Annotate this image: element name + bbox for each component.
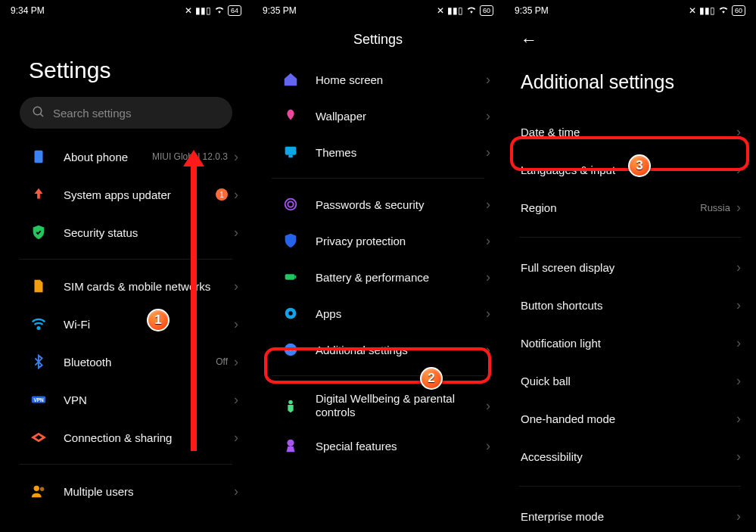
chevron-icon: ›: [234, 392, 238, 408]
status-bar: 9:35 PM ✕ ▮▮▯ 60: [252, 0, 504, 21]
battery-icon: [281, 267, 300, 287]
svg-rect-8: [285, 147, 297, 155]
divider: [20, 259, 232, 260]
row-wifi[interactable]: Wi-Fi ›: [0, 305, 252, 343]
row-privacy[interactable]: Privacy protection ›: [252, 222, 504, 259]
row-full-screen[interactable]: Full screen display ›: [504, 248, 756, 286]
chevron-icon: ›: [486, 438, 490, 454]
divider: [272, 178, 484, 179]
signal-icon: ▮▮▯: [195, 5, 211, 16]
chevron-icon: ›: [736, 162, 741, 178]
svg-text:VPN: VPN: [33, 397, 44, 403]
row-sim-networks[interactable]: SIM cards & mobile networks ›: [0, 267, 252, 305]
fingerprint-icon: [281, 194, 300, 214]
status-bar: 9:34 PM ✕ ▮▮▯ 64: [0, 0, 252, 21]
row-label: Multiple users: [64, 485, 234, 498]
svg-point-3: [38, 327, 40, 329]
row-connection-sharing[interactable]: Connection & sharing ›: [0, 418, 252, 456]
row-one-handed[interactable]: One-handed mode ›: [504, 400, 756, 437]
row-about-phone[interactable]: About phone MIUI Global 12.0.3 ›: [0, 138, 252, 176]
svg-point-11: [288, 201, 293, 207]
row-enterprise-mode[interactable]: Enterprise mode ›: [504, 497, 756, 532]
row-label: Connection & sharing: [64, 431, 234, 444]
row-security-status[interactable]: Security status ›: [0, 213, 252, 251]
back-button[interactable]: ←: [504, 21, 756, 56]
row-region[interactable]: Region Russia ›: [504, 188, 756, 226]
svg-point-19: [293, 349, 295, 351]
wifi-icon: [214, 5, 225, 17]
status-time: 9:35 PM: [263, 5, 297, 16]
row-label: One-handed mode: [521, 412, 736, 425]
row-label: VPN: [64, 394, 234, 406]
row-label: Passwords & security: [316, 198, 486, 211]
row-extra: Off: [216, 356, 228, 367]
chevron-icon: ›: [736, 373, 741, 389]
screen-settings-list: 9:35 PM ✕ ▮▮▯ 60 Settings Home screen › …: [252, 0, 504, 532]
status-icons: ✕ ▮▮▯ 64: [185, 5, 241, 17]
svg-point-6: [34, 486, 39, 491]
row-quick-ball[interactable]: Quick ball ›: [504, 362, 756, 400]
chevron-icon: ›: [234, 430, 238, 446]
row-digital-wellbeing[interactable]: Digital Wellbeing & parental controls ›: [252, 384, 504, 428]
row-label: Special features: [316, 440, 486, 453]
divider: [20, 464, 232, 465]
svg-point-18: [290, 349, 292, 351]
row-label: Home screen: [316, 73, 486, 86]
svg-point-15: [288, 311, 293, 316]
chevron-icon: ›: [486, 145, 490, 160]
row-home-screen[interactable]: Home screen ›: [252, 61, 504, 98]
svg-line-1: [40, 114, 43, 117]
row-button-shortcuts[interactable]: Button shortcuts ›: [504, 286, 756, 324]
users-icon: [29, 481, 48, 501]
sim-icon: [29, 276, 48, 296]
battery-icon: 64: [228, 5, 241, 16]
svg-point-0: [33, 107, 42, 115]
battery-icon: 60: [480, 5, 493, 16]
row-label: Bluetooth: [64, 356, 216, 369]
row-label: Accessibility: [521, 450, 736, 463]
row-extra: Russia: [700, 202, 730, 213]
signal-icon: ▮▮▯: [699, 5, 715, 16]
row-system-updater[interactable]: System apps updater 1 ›: [0, 176, 252, 213]
status-icons: ✕ ▮▮▯ 60: [437, 5, 493, 17]
privacy-shield-icon: [281, 231, 300, 250]
chevron-icon: ›: [736, 260, 741, 275]
row-date-time[interactable]: Date & time ›: [504, 113, 756, 151]
row-label: Additional settings: [316, 344, 486, 356]
row-multiple-users[interactable]: Multiple users ›: [0, 472, 252, 510]
row-accessibility[interactable]: Accessibility ›: [504, 437, 756, 475]
chevron-icon: ›: [234, 187, 238, 203]
screen-settings-main: 9:34 PM ✕ ▮▮▯ 64 Settings Search setting…: [0, 0, 252, 532]
search-input[interactable]: Search settings: [20, 97, 232, 129]
dnd-icon: ✕: [689, 5, 696, 16]
search-icon: [32, 105, 45, 121]
row-label: Digital Wellbeing & parental controls: [316, 392, 486, 419]
chevron-icon: ›: [486, 306, 490, 322]
row-apps[interactable]: Apps ›: [252, 295, 504, 331]
row-notification-light[interactable]: Notification light ›: [504, 324, 756, 362]
row-bluetooth[interactable]: Bluetooth Off ›: [0, 343, 252, 381]
wifi-icon: [718, 5, 729, 17]
more-icon: [281, 340, 300, 359]
chevron-icon: ›: [736, 509, 741, 524]
row-vpn[interactable]: VPN VPN ›: [0, 381, 252, 418]
row-additional-settings[interactable]: Additional settings ›: [252, 331, 504, 368]
chevron-icon: ›: [736, 411, 741, 427]
chevron-icon: ›: [736, 200, 741, 216]
row-languages-input[interactable]: Languages & input ›: [504, 151, 756, 188]
row-label: Battery & performance: [316, 271, 486, 284]
page-title: Settings: [0, 21, 252, 97]
chevron-icon: ›: [736, 335, 741, 351]
row-label: Wallpaper: [316, 110, 486, 123]
chevron-icon: ›: [234, 316, 238, 332]
row-passwords-security[interactable]: Passwords & security ›: [252, 186, 504, 222]
home-icon: [281, 70, 300, 89]
row-themes[interactable]: Themes ›: [252, 134, 504, 170]
chevron-icon: ›: [486, 269, 490, 285]
dnd-icon: ✕: [185, 5, 192, 16]
row-label: About phone: [64, 151, 152, 163]
row-special-features[interactable]: Special features ›: [252, 428, 504, 464]
row-battery[interactable]: Battery & performance ›: [252, 259, 504, 295]
row-wallpaper[interactable]: Wallpaper ›: [252, 98, 504, 134]
chevron-icon: ›: [486, 233, 490, 249]
